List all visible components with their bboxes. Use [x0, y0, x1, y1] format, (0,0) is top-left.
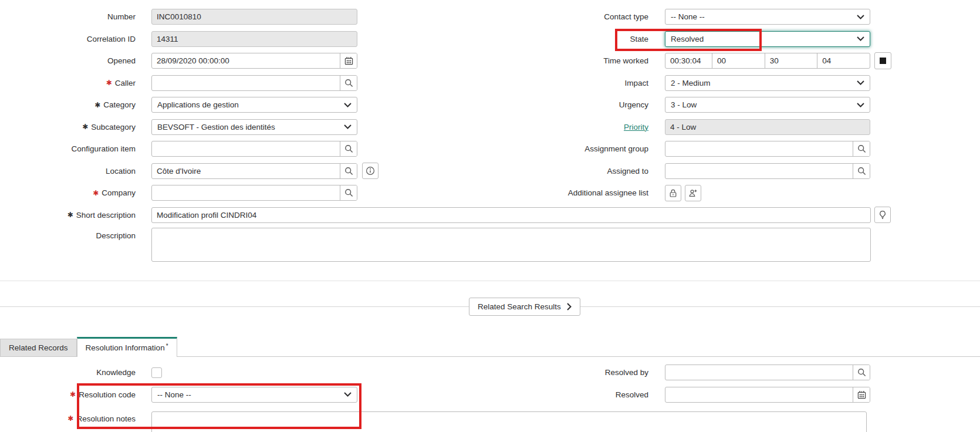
company-search-button[interactable] [340, 185, 357, 200]
resolved-field-group [665, 387, 870, 403]
urgency-select[interactable]: 3 - Low [665, 97, 870, 113]
company-field-group [151, 185, 357, 201]
tab-required-marker: * [166, 343, 168, 349]
chevron-down-icon [857, 15, 864, 19]
caller-label: ✱Caller [0, 72, 144, 95]
location-search-button[interactable] [340, 164, 357, 178]
chevron-right-icon [567, 303, 572, 310]
caller-search-button[interactable] [340, 76, 357, 90]
resolved-by-input[interactable] [665, 365, 853, 380]
person-add-icon [688, 188, 698, 198]
calendar-icon [344, 56, 353, 65]
add-assignee-button[interactable] [685, 185, 701, 201]
opened-field-group [151, 53, 357, 69]
category-label: ✱Category [0, 94, 144, 116]
priority-link[interactable]: Priority [624, 123, 648, 131]
configuration-item-label: Configuration item [0, 138, 144, 160]
number-input [151, 9, 357, 25]
resolved-input[interactable] [665, 387, 853, 402]
state-label: State [381, 28, 657, 50]
search-icon [344, 79, 353, 87]
chevron-down-icon [344, 124, 352, 129]
subcategory-label: ✱Subcategory [0, 116, 144, 139]
company-label: ✱Company [0, 182, 144, 204]
related-search-band: Related Search Results [0, 288, 980, 325]
resolution-notes-textarea[interactable] [151, 411, 867, 432]
category-select[interactable]: Applications de gestion [151, 97, 357, 113]
chevron-down-icon [344, 392, 352, 397]
assignment-group-label: Assignment group [381, 138, 657, 160]
time-worked-label: Time worked [381, 50, 657, 72]
resolved-label: Resolved [381, 384, 657, 406]
configuration-item-search-button[interactable] [340, 141, 357, 156]
opened-label: Opened [0, 50, 144, 72]
time-worked-hours-input[interactable] [712, 53, 765, 68]
mandatory-icon: ✱ [67, 211, 73, 218]
assignment-group-field-group [665, 141, 870, 157]
priority-input [665, 119, 870, 135]
knowledge-label: Knowledge [0, 362, 144, 384]
search-icon [344, 188, 353, 197]
incident-form: Number Contact type -- None -- Correlati… [0, 0, 980, 266]
impact-label: Impact [381, 72, 657, 95]
search-icon [857, 368, 866, 377]
mandatory-icon: ✱ [93, 190, 99, 197]
chevron-down-icon [857, 103, 864, 107]
location-input[interactable] [152, 164, 340, 178]
time-worked-group: 00:30:04 [665, 53, 870, 69]
assignment-group-search-button[interactable] [853, 141, 870, 156]
contact-type-label: Contact type [381, 6, 657, 28]
short-description-input[interactable] [151, 207, 871, 223]
resolved-by-field-group [665, 365, 870, 380]
search-icon [857, 144, 866, 153]
opened-input[interactable] [152, 53, 340, 68]
time-worked-seconds-input [817, 53, 870, 68]
resolved-calendar-button[interactable] [853, 387, 870, 402]
search-icon [344, 144, 353, 153]
calendar-icon [857, 390, 866, 399]
suggestion-lightbulb-button[interactable] [874, 207, 891, 223]
search-icon [857, 167, 866, 176]
chevron-down-icon [857, 36, 864, 41]
assigned-to-label: Assigned to [381, 160, 657, 183]
tab-resolution-information[interactable]: Resolution Information* [77, 337, 177, 357]
company-input[interactable] [152, 185, 340, 200]
time-worked-minutes-input[interactable] [765, 53, 818, 68]
resolution-code-select[interactable]: -- None -- [151, 387, 357, 403]
info-icon [366, 166, 375, 176]
related-search-results-button[interactable]: Related Search Results [469, 298, 580, 316]
contact-type-select[interactable]: -- None -- [665, 9, 870, 25]
stop-icon [880, 58, 886, 64]
description-textarea[interactable] [151, 228, 871, 262]
search-icon [344, 167, 353, 176]
chevron-down-icon [857, 80, 864, 85]
lock-icon [668, 188, 678, 198]
tab-strip: Related Records Resolution Information* [0, 338, 980, 357]
resolution-notes-label: ✱Resolution notes [0, 406, 144, 431]
mandatory-icon: ✱ [94, 102, 100, 109]
location-info-button[interactable] [362, 163, 379, 179]
assigned-to-search-button[interactable] [853, 164, 870, 178]
resolved-by-search-button[interactable] [853, 365, 870, 380]
assignment-group-input[interactable] [665, 141, 853, 156]
caller-field-group [151, 75, 357, 91]
opened-calendar-button[interactable] [340, 53, 357, 68]
incident-form-page: Number Contact type -- None -- Correlati… [0, 0, 980, 432]
impact-select[interactable]: 2 - Medium [665, 75, 870, 91]
chevron-down-icon [344, 103, 352, 107]
configuration-item-input[interactable] [152, 141, 340, 156]
knowledge-checkbox[interactable] [151, 367, 162, 378]
time-worked-stop-button[interactable] [874, 52, 891, 69]
mandatory-icon: ✱ [67, 415, 73, 422]
correlation-id-input [151, 31, 357, 47]
additional-assignee-lock-button[interactable] [665, 185, 681, 201]
assigned-to-input[interactable] [665, 164, 853, 178]
tab-related-records[interactable]: Related Records [0, 339, 77, 356]
description-label: Description [0, 226, 144, 266]
resolution-information-section: Knowledge Resolved by ✱Resolution code -… [0, 357, 980, 431]
location-label: Location [0, 160, 144, 183]
state-select[interactable]: Resolved [665, 31, 870, 47]
resolved-by-label: Resolved by [381, 362, 657, 384]
caller-input[interactable] [152, 76, 340, 90]
subcategory-select[interactable]: BEVSOFT - Gestion des identités [151, 119, 357, 135]
